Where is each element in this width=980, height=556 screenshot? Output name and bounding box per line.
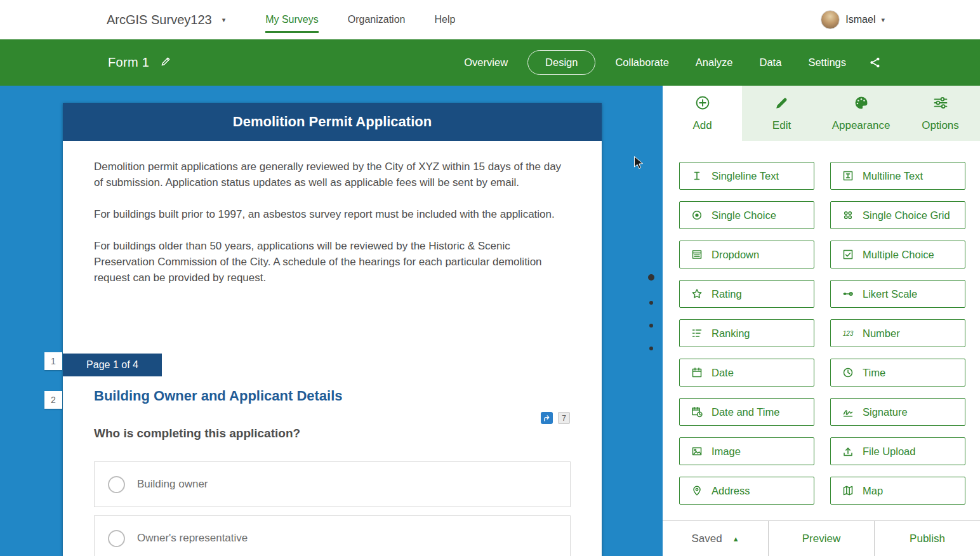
tool-likert-scale[interactable]: Likert Scale <box>830 280 965 308</box>
question-meta-icons: 7 <box>541 412 570 424</box>
page-dot-4[interactable] <box>649 347 653 350</box>
preview-button[interactable]: Preview <box>768 521 874 556</box>
nav-item-organization[interactable]: Organization <box>348 14 406 25</box>
multiple-choice-icon <box>842 248 854 261</box>
nav-item-my-surveys[interactable]: My Surveys <box>265 14 319 25</box>
form-name: Form 1 <box>108 55 149 70</box>
tool-ranking[interactable]: Ranking <box>679 319 814 347</box>
tool-multiple-choice[interactable]: Multiple Choice <box>830 241 965 268</box>
page-indicator-badge: Page 1 of 4 <box>63 354 162 376</box>
tab-data[interactable]: Data <box>746 56 795 69</box>
single-choice-icon <box>691 209 703 222</box>
tool-singleline-text[interactable]: Singleline Text <box>679 162 814 190</box>
app-brand-menu[interactable]: ArcGIS Survey123 ▾ <box>107 13 225 27</box>
question-label[interactable]: Who is completing this application? <box>94 427 300 440</box>
likert-scale-icon <box>842 288 854 300</box>
page-dot-2[interactable] <box>649 301 653 305</box>
multiline-text-icon <box>842 169 854 182</box>
singleline-text-icon <box>691 169 703 182</box>
caret-up-icon: ▲ <box>732 535 739 543</box>
tool-rating[interactable]: Rating <box>679 280 814 308</box>
tool-multiline-text[interactable]: Multiline Text <box>830 162 965 190</box>
tab-analyze[interactable]: Analyze <box>682 56 746 69</box>
avatar <box>821 10 840 29</box>
file-upload-icon <box>842 445 854 458</box>
rule-count-badge: 7 <box>558 412 570 424</box>
section-title[interactable]: Building Owner and Applicant Details <box>94 388 343 404</box>
question-type-grid: Singleline Text Multiline Text Single Ch… <box>679 162 965 505</box>
tool-signature[interactable]: Signature <box>830 398 965 426</box>
form-toolbar: Form 1 Overview Design Collaborate Analy… <box>0 39 980 86</box>
radio-button-icon[interactable] <box>108 476 125 493</box>
tool-date-and-time[interactable]: Date and Time <box>679 398 814 426</box>
panel-tab-appearance[interactable]: Appearance <box>821 86 901 141</box>
tool-number[interactable]: 123 Number <box>830 319 965 347</box>
pencil-icon[interactable] <box>160 55 172 70</box>
sliders-icon <box>932 95 949 114</box>
top-navbar: ArcGIS Survey123 ▾ My Surveys Organizati… <box>0 0 980 39</box>
panel-tab-edit[interactable]: Edit <box>742 86 821 141</box>
form-tabs: Overview Design Collaborate Analyze Data… <box>451 50 882 75</box>
svg-text:123: 123 <box>843 330 854 337</box>
dropdown-icon <box>691 248 703 261</box>
intro-note-block[interactable]: Demolition permit applications are gener… <box>63 141 602 286</box>
calendar-clock-icon <box>691 406 703 418</box>
panel-tab-add[interactable]: Add <box>663 86 742 141</box>
tab-collaborate[interactable]: Collaborate <box>602 56 682 69</box>
tool-dropdown[interactable]: Dropdown <box>679 241 814 268</box>
tool-address[interactable]: Address <box>679 477 814 505</box>
main-nav: My Surveys Organization Help <box>251 0 470 39</box>
form-title: Form 1 <box>108 55 172 70</box>
rating-star-icon <box>691 288 703 300</box>
tool-time[interactable]: Time <box>830 359 965 387</box>
calendar-icon <box>691 366 703 379</box>
form-canvas: Demolition Permit Application Demolition… <box>0 86 663 556</box>
workspace: Demolition Permit Application Demolition… <box>0 86 980 556</box>
intro-paragraph-3: For buildings older than 50 years, appli… <box>94 238 571 286</box>
choice-option-building-owner[interactable]: Building owner <box>94 461 571 507</box>
intro-paragraph-2: For buildings built prior to 1997, an as… <box>94 206 571 222</box>
nav-item-help[interactable]: Help <box>434 14 455 25</box>
survey-title: Demolition Permit Application <box>233 114 432 130</box>
caret-down-icon: ▾ <box>222 17 226 23</box>
survey-title-bar[interactable]: Demolition Permit Application <box>63 103 602 141</box>
tool-image[interactable]: Image <box>679 437 814 465</box>
designer-panel-tabs: Add Edit Appearance Options <box>663 86 980 141</box>
tool-date[interactable]: Date <box>679 359 814 387</box>
ranking-icon <box>691 327 703 340</box>
designer-footer: Saved ▲ Preview Publish <box>663 520 980 556</box>
designer-panel: Add Edit Appearance Options <box>663 86 980 556</box>
tab-design[interactable]: Design <box>527 50 595 75</box>
page-dot-1-active[interactable] <box>648 274 654 281</box>
element-index-badge-2: 2 <box>44 391 62 409</box>
map-icon <box>842 484 854 497</box>
radio-button-icon[interactable] <box>108 530 125 547</box>
skip-logic-arrow-icon[interactable] <box>541 412 553 424</box>
clock-icon <box>842 366 854 379</box>
panel-tab-options[interactable]: Options <box>901 86 980 141</box>
user-menu[interactable]: Ismael ▾ <box>821 10 885 29</box>
survey-body: Demolition permit applications are gener… <box>63 141 602 556</box>
survey-form-card: Demolition Permit Application Demolition… <box>63 103 602 556</box>
page-dot-3[interactable] <box>649 324 653 328</box>
user-name: Ismael <box>845 14 875 25</box>
tab-settings[interactable]: Settings <box>795 56 859 69</box>
palette-icon <box>853 95 870 114</box>
caret-down-icon: ▾ <box>881 17 885 23</box>
element-index-badge-1: 1 <box>44 352 62 370</box>
share-icon[interactable] <box>868 56 882 69</box>
publish-button[interactable]: Publish <box>874 521 980 556</box>
intro-paragraph-1: Demolition permit applications are gener… <box>94 159 571 190</box>
tool-map[interactable]: Map <box>830 477 965 505</box>
single-choice-grid-icon <box>842 209 854 222</box>
tool-file-upload[interactable]: File Upload <box>830 437 965 465</box>
signature-icon <box>842 406 854 418</box>
choice-option-owners-representative[interactable]: Owner's representative <box>94 515 571 556</box>
tab-overview[interactable]: Overview <box>451 56 521 69</box>
tool-single-choice-grid[interactable]: Single Choice Grid <box>830 201 965 229</box>
address-pin-icon <box>691 484 703 497</box>
app-title: ArcGIS Survey123 <box>107 13 212 27</box>
number-icon: 123 <box>842 327 854 340</box>
saved-status-button[interactable]: Saved ▲ <box>663 521 768 556</box>
tool-single-choice[interactable]: Single Choice <box>679 201 814 229</box>
